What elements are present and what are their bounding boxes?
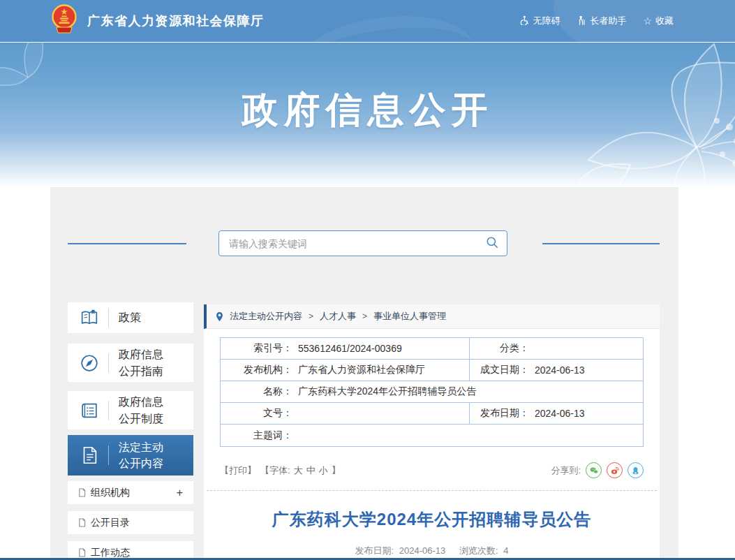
site-logo-link[interactable]: 广东省人力资源和社会保障厅 (50, 3, 265, 38)
font-size-large-button[interactable]: 大 (294, 464, 303, 477)
font-size-prefix: 【字体: (260, 464, 290, 477)
publish-date: 2024-06-13 (399, 545, 446, 556)
index-number-label: 索引号： (221, 342, 292, 355)
search-icon (486, 236, 498, 251)
qq-share-button[interactable] (628, 462, 644, 478)
dashed-divider (207, 490, 657, 491)
accessibility-link[interactable]: 无障碍 (519, 15, 560, 27)
category-label: 分类： (470, 342, 529, 355)
meta-cell: 分类： (470, 338, 643, 359)
sidebar-item-disclosure-guide[interactable]: 政府信息公开指南 (68, 344, 193, 382)
table-row: 文号： 发布日期： 2024-06-13 (221, 403, 643, 425)
table-row: 索引号： 553612461/2024-00369 分类： (221, 338, 643, 360)
accessibility-icon (519, 15, 529, 27)
sidebar-subitem-public-catalog[interactable]: 公开目录 (68, 511, 193, 534)
sidebar-subitem-label: 组织机构 (91, 487, 130, 499)
breadcrumb-item[interactable]: 事业单位人事管理 (373, 310, 446, 323)
document-icon (78, 444, 101, 466)
publish-date-label: 发布日期： (470, 407, 529, 420)
doc-number-label: 文号： (221, 407, 292, 420)
sidebar-subitem-organization[interactable]: 组织机构 + (68, 481, 193, 504)
wechat-icon (589, 466, 599, 476)
meta-cell: 发布机构： 广东省人力资源和社会保障厅 (221, 360, 470, 381)
qq-icon (631, 466, 640, 476)
divider (108, 401, 109, 420)
content-panel: 政策 政府信息公开指南 (50, 187, 678, 560)
article-toolbar: 【打印】 【字体: 大 中 小 】 分享到: (220, 462, 644, 478)
meta-cell: 索引号： 553612461/2024-00369 (221, 338, 470, 359)
share-controls: 分享到: (551, 462, 644, 478)
elder-assistant-link[interactable]: 长者助手 (577, 15, 626, 27)
meta-cell: 成文日期： 2024-06-13 (470, 360, 643, 381)
wechat-share-button[interactable] (586, 462, 602, 478)
font-size-suffix: 】 (332, 464, 341, 477)
divider-line (68, 243, 186, 244)
written-date-label: 成文日期： (470, 364, 529, 376)
table-row: 发布机构： 广东省人力资源和社会保障厅 成文日期： 2024-06-13 (221, 360, 643, 381)
views-count: 4 (503, 545, 508, 556)
index-number-value: 553612461/2024-00369 (298, 343, 402, 354)
sidebar-subitem-work-updates[interactable]: 工作动态 (68, 541, 193, 560)
issuing-org-value: 广东省人力资源和社会保障厅 (298, 364, 425, 376)
header-decoration (288, 5, 480, 42)
article-title: 广东药科大学2024年公开招聘辅导员公告 (211, 508, 653, 530)
breadcrumb: 法定主动公开内容 > 人才人事 > 事业单位人事管理 (204, 304, 660, 329)
national-emblem-logo (50, 3, 78, 38)
sidebar-item-label: 政府信息公开指南 (119, 346, 173, 378)
meta-cell: 发布日期： 2024-06-13 (470, 403, 643, 424)
breadcrumb-separator: > (362, 311, 367, 321)
book-icon (78, 307, 101, 329)
keywords-label: 主题词： (221, 429, 292, 442)
sidebar-item-label: 政策 (119, 309, 173, 325)
sidebar-item-policy[interactable]: 政策 (68, 302, 193, 333)
divider-line (542, 243, 660, 244)
search-button[interactable] (477, 231, 507, 256)
breadcrumb-item[interactable]: 法定主动公开内容 (230, 310, 302, 323)
font-size-small-button[interactable]: 小 (319, 464, 328, 477)
views-label: 浏览次数: (459, 545, 498, 556)
issuing-org-label: 发布机构： (221, 364, 292, 376)
star-icon: ☆ (643, 16, 652, 26)
header-links: 无障碍 长者助手 ☆ 收藏 (519, 15, 674, 27)
share-label: 分享到: (551, 464, 581, 477)
weibo-icon (610, 466, 620, 476)
elder-assistant-label: 长者助手 (590, 15, 626, 27)
breadcrumb-item[interactable]: 人才人事 (320, 310, 356, 323)
search-box (218, 230, 507, 256)
page-icon (78, 548, 86, 557)
meta-cell: 主题词： (221, 425, 643, 446)
print-font-controls: 【打印】 【字体: 大 中 小 】 (220, 464, 341, 477)
article-dateline: 发布日期: 2024-06-13 浏览次数: 4 (204, 545, 660, 557)
sidebar-item-disclosure-system[interactable]: 政府信息公开制度 (68, 391, 193, 429)
meta-cell: 文号： (221, 403, 470, 424)
document-meta-table: 索引号： 553612461/2024-00369 分类： 发布机构： 广东省人… (220, 337, 644, 447)
publish-date-label: 发布日期: (355, 545, 394, 556)
app-header: 广东省人力资源和社会保障厅 无障碍 长者助手 (0, 0, 735, 42)
sidebar-item-statutory-disclosure[interactable]: 法定主动公开内容 (68, 435, 193, 476)
site-title: 广东省人力资源和社会保障厅 (87, 13, 265, 29)
banner-title: 政府信息公开 (0, 86, 735, 135)
compass-icon (78, 352, 101, 374)
font-size-medium-button[interactable]: 中 (306, 464, 315, 477)
print-button[interactable]: 【打印】 (220, 464, 256, 477)
location-pin-icon (216, 311, 223, 322)
banner: 政府信息公开 (0, 42, 735, 187)
notebook-icon (78, 399, 101, 422)
table-row: 名称： 广东药科大学2024年公开招聘辅导员公告 (221, 381, 643, 403)
written-date-value: 2024-06-13 (535, 364, 585, 376)
expand-plus-icon[interactable]: + (177, 487, 183, 499)
weibo-share-button[interactable] (607, 462, 623, 478)
divider (108, 308, 109, 327)
content-card: 法定主动公开内容 > 人才人事 > 事业单位人事管理 索引号： 55361246… (204, 304, 660, 560)
elder-icon (577, 15, 586, 27)
publish-date-value: 2024-06-13 (535, 408, 585, 419)
table-row: 主题词： (221, 425, 643, 446)
search-input[interactable] (219, 238, 477, 249)
accessibility-label: 无障碍 (533, 15, 560, 27)
favorite-link[interactable]: ☆ 收藏 (643, 15, 674, 27)
sidebar-subitem-label: 工作动态 (91, 547, 130, 559)
divider (108, 445, 109, 465)
page-icon (78, 518, 86, 527)
meta-cell: 名称： 广东药科大学2024年公开招聘辅导员公告 (221, 381, 643, 402)
divider (108, 353, 109, 373)
